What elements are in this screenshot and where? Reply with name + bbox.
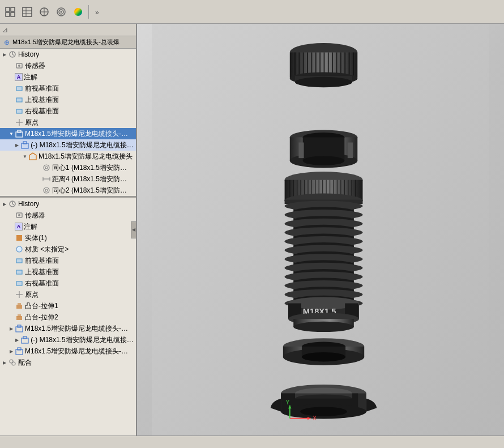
svg-rect-52: [18, 314, 21, 317]
tree-item-concentric2[interactable]: 同心2 (M18x1.5增安防…: [0, 185, 136, 196]
tree-label-assembly-lock: M18x1.5增安防爆尼龙电缆接头-锁…: [25, 347, 135, 356]
tree-label-top-plane1: 上视基准面: [25, 95, 59, 105]
tree-item-top-plane1[interactable]: 上视基准面: [0, 94, 136, 105]
tree-item-front-plane1[interactable]: 前视基准面: [0, 83, 136, 94]
concentric2-icon: [42, 186, 51, 195]
arrow-history2: ▶: [1, 200, 8, 207]
assembly-lock-icon: [15, 347, 24, 356]
tree-item-assembly-lock[interactable]: ▶ M18x1.5增安防爆尼龙电缆接头-锁…: [0, 345, 136, 357]
annotation2-icon: A: [15, 223, 23, 231]
arrow-distance1: [35, 176, 42, 182]
arrow-sensor1: [8, 62, 15, 69]
tree-item-sensor1[interactable]: 传感器: [0, 60, 136, 71]
svg-point-160: [300, 407, 347, 416]
tree-label-assembly-trail: M18x1.5增安防爆尼龙电缆接头-追…: [25, 324, 135, 334]
svg-text:X: X: [313, 415, 317, 421]
assembly3-icon: [28, 152, 37, 161]
tree-label-front-plane1: 前视基准面: [25, 84, 59, 93]
tree-item-history1[interactable]: ▶ History: [0, 49, 136, 60]
svg-point-30: [44, 165, 49, 170]
sidebar: ⊿ ⊕ M18x1.5增安防爆尼龙电缆接头-总装爆 ▶ History: [0, 24, 137, 436]
color-button[interactable]: [70, 4, 86, 20]
tree-section-2: ▶ History 传感器 A 注解: [0, 198, 136, 436]
assembly-trail-icon: [15, 324, 24, 333]
tree-label-fit1: 配合: [18, 358, 32, 368]
tree-item-assembly-trail[interactable]: ▶ M18x1.5增安防爆尼龙电缆接头-追…: [0, 323, 136, 334]
svg-point-20: [18, 65, 20, 67]
tree-label-assembly1: M18x1.5增安防爆尼龙电缆接头-接…: [25, 129, 135, 139]
arrow-fit1: ▶: [1, 359, 8, 366]
tree-item-assembly2[interactable]: ▶ (-) M18x1.5增安防爆尼龙电缆接头-…: [0, 139, 136, 151]
assembly-minus-icon: [20, 335, 29, 344]
tree-item-distance1[interactable]: 距离4 (M18x1.5增安防…: [0, 173, 136, 185]
grid-button[interactable]: [2, 4, 18, 20]
sidebar-collapse-button[interactable]: ◀: [131, 221, 136, 238]
tree-item-front-plane2[interactable]: 前视基准面: [0, 255, 136, 266]
arrow-right-plane1: [8, 108, 15, 114]
svg-rect-1: [11, 7, 15, 11]
concentric1-icon: [42, 163, 51, 172]
arrow-origin1: [8, 119, 15, 126]
arrow-assembly-minus: ▶: [14, 336, 20, 343]
tree-item-solid1[interactable]: 实体(1): [0, 232, 136, 244]
tree-label-top-plane2: 上视基准面: [25, 267, 59, 277]
tree-item-origin1[interactable]: 原点: [0, 117, 136, 128]
tree-item-annotation1[interactable]: A 注解: [0, 71, 136, 83]
svg-rect-88: [298, 143, 304, 159]
svg-rect-42: [16, 235, 22, 241]
svg-rect-4: [23, 7, 32, 16]
viewport[interactable]: M18X1.5: [137, 24, 504, 436]
solid1-icon: [15, 233, 24, 242]
target-button[interactable]: [53, 4, 69, 20]
filter-bar: ⊿: [0, 24, 136, 36]
arrow-solid1: [8, 234, 15, 241]
top-plane2-icon: [15, 267, 24, 276]
tree-label-annotation2: 注解: [24, 222, 37, 232]
tree-item-fit1[interactable]: ▶ 配合: [0, 357, 136, 368]
arrow-sensor2: [8, 212, 15, 219]
svg-point-35: [44, 187, 49, 193]
model-view: M18X1.5: [137, 24, 504, 436]
tree-item-assembly3[interactable]: ▼ M18x1.5增安防爆尼龙电缆接头: [0, 151, 136, 162]
origin2-icon: [15, 290, 24, 299]
tree-item-history2[interactable]: ▶ History: [0, 198, 136, 210]
svg-point-41: [18, 214, 20, 216]
tree-item-right-plane2[interactable]: 右视基准面: [0, 278, 136, 289]
tree-item-annotation2[interactable]: A 注解: [0, 221, 136, 232]
status-bar: [0, 436, 504, 448]
tree-item-origin2[interactable]: 原点: [0, 289, 136, 300]
tree-item-right-plane1[interactable]: 右视基准面: [0, 105, 136, 117]
arrow-assembly3: ▼: [22, 153, 28, 160]
arrow-annotation2: [8, 223, 15, 230]
tree-item-boss-extrude2[interactable]: 凸台-拉伸2: [0, 312, 136, 323]
arrow-assembly1: ▼: [8, 130, 15, 137]
arrow-boss-extrude1: [8, 302, 15, 309]
tree-item-material1[interactable]: 材质 <未指定>: [0, 244, 136, 255]
history2-icon: [8, 199, 17, 208]
assembly1-icon: [15, 129, 24, 138]
tree-item-concentric1[interactable]: 同心1 (M18x1.5增安防…: [0, 162, 136, 173]
right-plane2-icon: [15, 279, 24, 288]
tree-item-assembly1[interactable]: ▼ M18x1.5增安防爆尼龙电缆接头-接…: [0, 128, 136, 139]
tree-item-top-plane2[interactable]: 上视基准面: [0, 266, 136, 278]
tree-label-origin1: 原点: [25, 118, 39, 127]
tree-label-assembly-minus: (-) M18x1.5增安防爆尼龙电缆接头-…: [31, 335, 135, 345]
doc-title: M18x1.5增安防爆尼龙电缆接头-总装爆: [12, 38, 119, 46]
arrow-concentric1: [35, 164, 42, 171]
svg-rect-0: [6, 7, 10, 11]
svg-point-144: [293, 322, 354, 332]
tree-label-sensor2: 传感器: [25, 211, 45, 220]
tree-item-assembly-minus[interactable]: ▶ (-) M18x1.5增安防爆尼龙电缆接头-…: [0, 334, 136, 345]
smart-button[interactable]: [36, 4, 52, 20]
arrow-material1: [8, 246, 15, 253]
svg-point-150: [302, 352, 345, 362]
arrow-history1: ▶: [1, 51, 8, 58]
tree-item-boss-extrude1[interactable]: 凸台-拉伸1: [0, 300, 136, 312]
more-button[interactable]: »: [91, 4, 107, 20]
svg-rect-22: [16, 98, 22, 102]
tree-label-assembly3: M18x1.5增安防爆尼龙电缆接头: [39, 152, 133, 161]
table-button[interactable]: [19, 4, 35, 20]
svg-rect-3: [11, 12, 15, 16]
tree-label-front-plane2: 前视基准面: [25, 256, 59, 266]
tree-item-sensor2[interactable]: 传感器: [0, 210, 136, 221]
